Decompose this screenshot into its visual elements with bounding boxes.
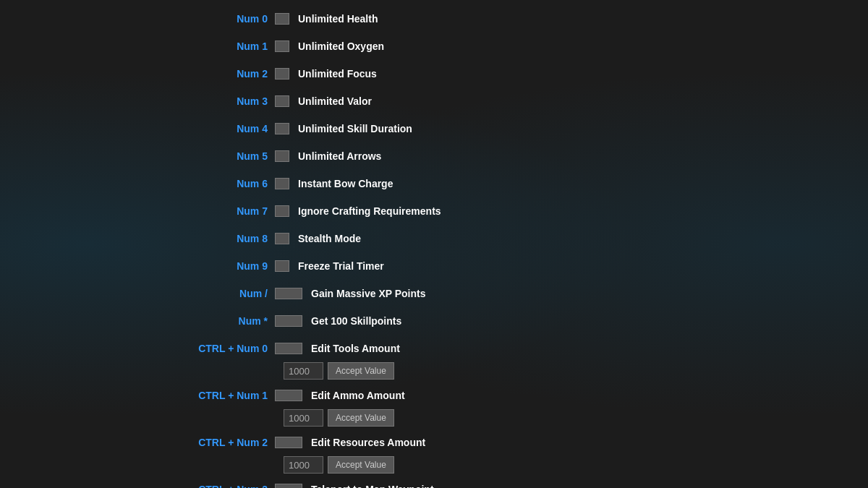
toggle-checkbox[interactable]	[275, 13, 289, 25]
input-row: Accept Value	[284, 409, 687, 427]
toggle-checkbox[interactable]	[275, 343, 302, 354]
key-label: CTRL + Num 3	[181, 484, 275, 488]
key-label: CTRL + Num 2	[181, 437, 275, 448]
cheat-label: Stealth Mode	[298, 233, 361, 244]
cheat-label: Get 100 Skillpoints	[311, 315, 401, 327]
accept-value-button[interactable]: Accept Value	[328, 409, 394, 427]
cheat-row: Num 9Freeze Trial Timer	[181, 254, 687, 278]
cheat-row-group: Num 0Unlimited Health	[181, 7, 687, 30]
cheat-row: Num 3Unlimited Valor	[181, 90, 687, 113]
toggle-checkbox[interactable]	[275, 68, 289, 80]
cheat-label: Teleport to Map Waypoint	[311, 484, 434, 488]
key-label: Num 3	[181, 95, 275, 107]
cheat-row: Num 4Unlimited Skill Duration	[181, 117, 687, 140]
toggle-checkbox[interactable]	[275, 260, 289, 272]
key-label: Num /	[181, 288, 275, 299]
key-label: Num 7	[181, 205, 275, 217]
cheat-row-group: CTRL + Num 0Edit Tools AmountAccept Valu…	[181, 337, 687, 380]
cheat-row-group: Num 3Unlimited Valor	[181, 90, 687, 113]
cheat-label: Unlimited Arrows	[298, 150, 381, 162]
toggle-checkbox[interactable]	[275, 288, 302, 299]
toggle-checkbox[interactable]	[275, 437, 302, 448]
cheat-row: CTRL + Num 1Edit Ammo Amount	[181, 384, 687, 407]
toggle-checkbox[interactable]	[275, 95, 289, 107]
cheat-row: CTRL + Num 2Edit Resources Amount	[181, 431, 687, 454]
toggle-checkbox[interactable]	[275, 40, 289, 52]
toggle-checkbox[interactable]	[275, 233, 289, 244]
accept-value-button[interactable]: Accept Value	[328, 456, 394, 474]
toggle-checkbox[interactable]	[275, 150, 289, 162]
cheat-row: Num 7Ignore Crafting Requirements	[181, 200, 687, 223]
toggle-checkbox[interactable]	[275, 123, 289, 134]
cheat-row-group: Num *Get 100 Skillpoints	[181, 309, 687, 333]
cheat-row: Num /Gain Massive XP Points	[181, 282, 687, 305]
cheat-row-group: Num /Gain Massive XP Points	[181, 282, 687, 305]
value-input[interactable]	[284, 362, 323, 380]
key-label: Num 6	[181, 178, 275, 189]
key-label: Num 8	[181, 233, 275, 244]
toggle-checkbox[interactable]	[275, 484, 302, 488]
cheat-row: Num 2Unlimited Focus	[181, 62, 687, 85]
cheat-row: Num *Get 100 Skillpoints	[181, 309, 687, 333]
cheat-row-group: Num 2Unlimited Focus	[181, 62, 687, 85]
cheat-row-group: Num 6Instant Bow Charge	[181, 172, 687, 195]
cheat-row-group: Num 7Ignore Crafting Requirements	[181, 200, 687, 223]
cheat-row-group: CTRL + Num 1Edit Ammo AmountAccept Value	[181, 384, 687, 427]
cheat-row: Num 1Unlimited Oxygen	[181, 35, 687, 58]
cheat-label: Unlimited Health	[298, 13, 378, 25]
cheat-label: Ignore Crafting Requirements	[298, 205, 441, 217]
cheat-row-group: Num 1Unlimited Oxygen	[181, 35, 687, 58]
cheat-row: Num 6Instant Bow Charge	[181, 172, 687, 195]
cheat-label: Unlimited Focus	[298, 68, 377, 80]
key-label: Num 4	[181, 123, 275, 134]
cheat-row-group: CTRL + Num 3Teleport to Map Waypoint	[181, 478, 687, 488]
cheat-row: CTRL + Num 3Teleport to Map Waypoint	[181, 478, 687, 488]
cheat-row: Num 0Unlimited Health	[181, 7, 687, 30]
cheat-label: Unlimited Skill Duration	[298, 123, 412, 134]
cheat-label: Instant Bow Charge	[298, 178, 393, 189]
toggle-checkbox[interactable]	[275, 315, 302, 327]
main-container: Num 0Unlimited HealthNum 1Unlimited Oxyg…	[0, 0, 868, 488]
accept-value-button[interactable]: Accept Value	[328, 362, 394, 380]
value-input[interactable]	[284, 456, 323, 474]
key-label: Num *	[181, 315, 275, 327]
toggle-checkbox[interactable]	[275, 205, 289, 217]
cheat-row-group: Num 5Unlimited Arrows	[181, 145, 687, 168]
cheat-row: Num 5Unlimited Arrows	[181, 145, 687, 168]
key-label: CTRL + Num 1	[181, 390, 275, 401]
cheat-label: Unlimited Valor	[298, 95, 372, 107]
cheat-label: Unlimited Oxygen	[298, 40, 384, 52]
key-label: Num 1	[181, 40, 275, 52]
cheat-label: Freeze Trial Timer	[298, 260, 384, 272]
value-input[interactable]	[284, 409, 323, 427]
toggle-checkbox[interactable]	[275, 178, 289, 189]
input-row: Accept Value	[284, 362, 687, 380]
cheat-label: Edit Resources Amount	[311, 437, 425, 448]
key-label: Num 2	[181, 68, 275, 80]
key-label: Num 0	[181, 13, 275, 25]
cheat-list: Num 0Unlimited HealthNum 1Unlimited Oxyg…	[181, 7, 687, 488]
cheat-row: CTRL + Num 0Edit Tools Amount	[181, 337, 687, 360]
key-label: Num 9	[181, 260, 275, 272]
cheat-row: Num 8Stealth Mode	[181, 227, 687, 250]
cheat-label: Gain Massive XP Points	[311, 288, 425, 299]
input-row: Accept Value	[284, 456, 687, 474]
toggle-checkbox[interactable]	[275, 390, 302, 401]
cheat-label: Edit Ammo Amount	[311, 390, 405, 401]
cheat-row-group: CTRL + Num 2Edit Resources AmountAccept …	[181, 431, 687, 474]
cheat-row-group: Num 8Stealth Mode	[181, 227, 687, 250]
cheat-row-group: Num 9Freeze Trial Timer	[181, 254, 687, 278]
key-label: CTRL + Num 0	[181, 343, 275, 354]
key-label: Num 5	[181, 150, 275, 162]
cheat-row-group: Num 4Unlimited Skill Duration	[181, 117, 687, 140]
cheat-label: Edit Tools Amount	[311, 343, 400, 354]
